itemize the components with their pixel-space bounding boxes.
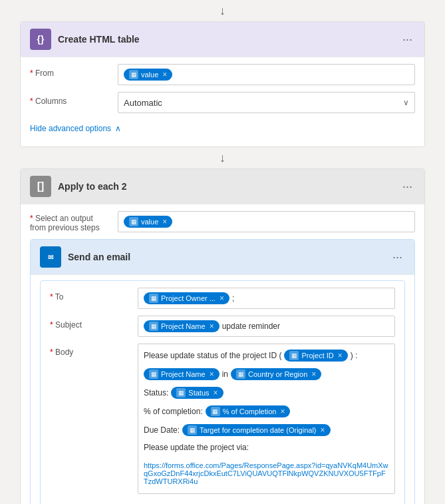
subject-text: update reminder [222,322,280,331]
select-output-token[interactable]: ▦ value × [124,216,172,228]
body-line6-text: Please update the project via: [144,443,249,452]
apply-each-card: [] Apply to each 2 ··· * Select an outpu… [20,168,425,504]
to-token-close[interactable]: × [220,294,224,303]
hide-advanced-options[interactable]: Hide advanced options ∧ [30,120,415,140]
apply-each-title: Apply to each 2 [58,181,126,192]
select-output-token-close[interactable]: × [162,217,167,226]
html-table-card: {} Create HTML table ··· * From ▦ value … [20,21,425,147]
to-input[interactable]: ▦ Project Owner ... × ; [138,288,395,309]
subject-token-close[interactable]: × [210,322,214,331]
subject-field-row: * Subject ▦ Project Name × update remind… [50,316,395,337]
body-line2-in-text: in [222,370,228,379]
send-email-header: ✉ Send an email ··· [31,240,414,275]
from-input[interactable]: ▦ value × [118,64,415,85]
columns-field-row: * Columns Automatic ∨ [30,92,415,113]
apply-each-header-left: [] Apply to each 2 [30,176,126,197]
from-field-row: * From ▦ value × [30,64,415,85]
columns-select[interactable]: Automatic ∨ [118,92,415,113]
country-region-token[interactable]: ▦ Country or Region × [231,368,321,380]
status-token-close[interactable]: × [214,388,218,397]
send-email-header-left: ✉ Send an email [40,246,130,268]
from-token-close[interactable]: × [162,70,167,79]
subject-token-icon: ▦ [149,322,158,331]
send-email-title: Send an email [68,252,130,262]
to-token[interactable]: ▦ Project Owner ... × [144,292,229,304]
to-label: * To [50,288,130,302]
body-line-3: Status: ▦ Status × [144,387,223,399]
due-date-token-close[interactable]: × [321,425,325,435]
body-line-1: Please update status of the project ID (… [144,350,357,362]
status-token[interactable]: ▦ Status × [171,387,223,399]
select-output-row: * Select an output from previous steps ▦… [30,211,415,232]
project-id-token-icon: ▦ [289,351,299,360]
middle-arrow: ↓ [0,147,445,168]
to-token-icon: ▦ [149,294,158,303]
top-arrow: ↓ [0,0,445,21]
html-table-header-left: {} Create HTML table [30,29,140,50]
apply-each-more-button[interactable]: ··· [400,179,415,194]
body-label: * Body [50,344,130,357]
due-date-token[interactable]: ▦ Target for completion date (Original) … [182,424,330,436]
country-region-token-icon: ▦ [236,370,245,379]
body-line-2: ▦ Project Name × in ▦ Country or Region … [144,368,321,380]
project-name-token-close[interactable]: × [210,370,214,379]
to-semicolon: ; [232,294,234,303]
body-line-6: Please update the project via: [144,443,249,452]
html-table-more-button[interactable]: ··· [400,32,415,47]
completion-token-icon: ▦ [211,407,220,416]
subject-label: * Subject [50,316,130,330]
body-input[interactable]: Please update status of the project ID (… [138,344,395,494]
body-field-row: * Body Please update status of the proje… [50,344,395,494]
send-email-body: * To ▦ Project Owner ... × ; * Subject [40,280,405,504]
apply-each-body: * Select an output from previous steps ▦… [21,204,424,232]
select-output-token-icon: ▦ [129,217,138,226]
country-region-token-close[interactable]: × [311,370,316,379]
body-line5-prefix: Due Date: [144,425,180,435]
project-id-token[interactable]: ▦ Project ID × [284,350,347,362]
columns-label: * Columns [30,92,110,106]
from-token[interactable]: ▦ value × [124,69,172,81]
from-label: * From [30,64,110,78]
project-id-token-close[interactable]: × [338,351,343,360]
completion-token-close[interactable]: × [280,407,285,416]
send-email-more-button[interactable]: ··· [390,250,405,264]
apply-each-header: [] Apply to each 2 ··· [21,169,424,204]
subject-input[interactable]: ▦ Project Name × update reminder [138,316,395,337]
body-url: https://forms.office.com/Pages/ResponseP… [144,461,389,485]
body-line4-prefix: % of completion: [144,407,203,416]
select-output-input[interactable]: ▦ value × [118,211,415,232]
body-url-line: https://forms.office.com/Pages/ResponseP… [144,459,389,485]
html-table-body: * From ▦ value × * Columns Automatic ∨ H… [21,57,424,146]
html-table-icon: {} [30,29,51,50]
due-date-token-icon: ▦ [188,425,197,435]
to-field-row: * To ▦ Project Owner ... × ; [50,288,395,309]
apply-each-icon: [] [30,176,51,197]
subject-token[interactable]: ▦ Project Name × [144,320,220,332]
columns-chevron-icon: ∨ [403,98,409,107]
html-table-title: Create HTML table [58,34,140,45]
status-token-icon: ▦ [176,388,186,397]
from-token-icon: ▦ [129,70,138,79]
body-line3-prefix: Status: [144,388,168,397]
send-email-icon: ✉ [40,246,61,268]
send-email-card: ✉ Send an email ··· * To ▦ Project Owner… [30,239,415,504]
show-advanced-options[interactable]: Show advanced options ∨ [50,501,395,504]
project-name-token[interactable]: ▦ Project Name × [144,368,220,380]
body-line-5: Due Date: ▦ Target for completion date (… [144,424,331,436]
body-line-4: % of completion: ▦ % of Completion × [144,405,290,417]
body-line1-end: ) : [351,351,358,360]
hide-advanced-chevron-icon: ∧ [115,124,121,133]
body-line1-text: Please update status of the project ID ( [144,351,281,360]
select-output-label: * Select an output from previous steps [30,211,110,232]
completion-token[interactable]: ▦ % of Completion × [206,405,291,417]
html-table-header: {} Create HTML table ··· [21,22,424,57]
project-name-token-icon: ▦ [149,370,158,379]
